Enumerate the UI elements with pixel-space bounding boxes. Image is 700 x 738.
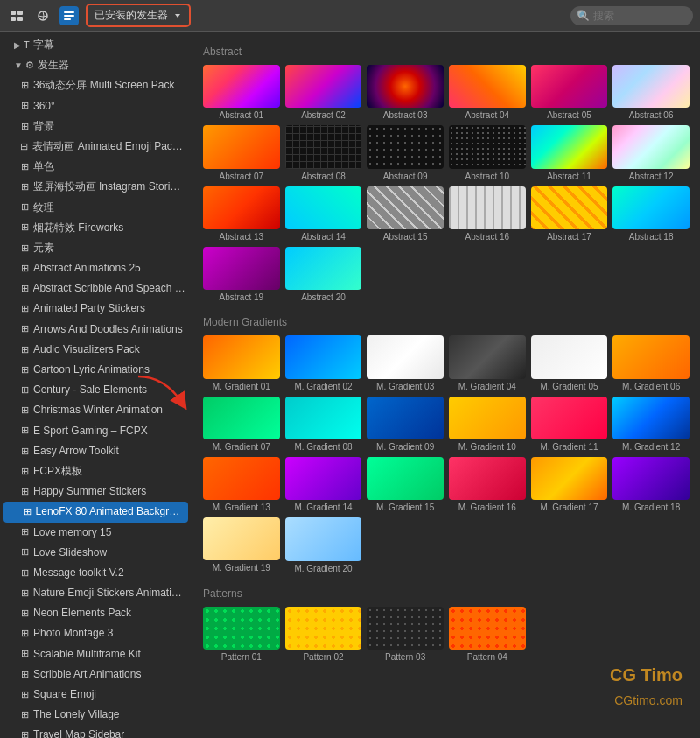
sidebar-item-item-esport[interactable]: ⊞ E Sport Gaming – FCPX bbox=[0, 421, 192, 441]
sidebar-item-item-arrows[interactable]: ⊞ Arrows And Doodles Animations bbox=[0, 320, 192, 340]
grid-item-mg03[interactable]: M. Gradient 03 bbox=[367, 335, 444, 390]
toolbar-icon-3[interactable] bbox=[60, 6, 79, 25]
sidebar-item-item-360[interactable]: ⊞ 360° bbox=[0, 96, 192, 116]
grid-patterns: Pattern 01Pattern 02Pattern 03Pattern 04 bbox=[203, 607, 690, 662]
grid-item-abs12[interactable]: Abstract 12 bbox=[612, 125, 690, 180]
sidebar-item-item-single[interactable]: ⊞ 单色 bbox=[0, 157, 192, 177]
grid-item-mg06[interactable]: M. Gradient 06 bbox=[612, 335, 690, 390]
grid-item-mg02[interactable]: M. Gradient 02 bbox=[285, 335, 362, 390]
grid-item-abs14[interactable]: Abstract 14 bbox=[285, 186, 362, 242]
sidebar-item-item-cartoon[interactable]: ⊞ Cartoon Lyric Animations bbox=[0, 360, 192, 380]
thumb-pt02 bbox=[285, 607, 362, 650]
sidebar-item-label: 单色 bbox=[33, 158, 54, 175]
sidebar-item-item-scribble[interactable]: ⊞ Abstract Scribble And Speach B... bbox=[0, 278, 192, 299]
sidebar-item-item-lenofx[interactable]: ⊞ LenoFX 80 Animated Backgrounds bbox=[4, 502, 188, 522]
grid-item-mg20[interactable]: M. Gradient 20 bbox=[285, 517, 362, 573]
sidebar-item-item-neon[interactable]: ⊞ Neon Elements Pack bbox=[0, 603, 192, 623]
sidebar-item-item-lonely[interactable]: ⊞ The Lonely Village bbox=[0, 705, 192, 725]
sidebar-item-label: Century - Sale Elements bbox=[33, 382, 147, 398]
toolbar-icon-2[interactable] bbox=[33, 6, 52, 25]
list-icon: ⊞ bbox=[21, 626, 29, 642]
grid-item-abs17[interactable]: Abstract 17 bbox=[531, 186, 608, 242]
thumb-label-abs03: Abstract 03 bbox=[367, 110, 444, 120]
sidebar-item-characters[interactable]: ▶ T 字幕 bbox=[0, 35, 192, 55]
grid-item-abs01[interactable]: Abstract 01 bbox=[203, 65, 280, 120]
sidebar-item-item-century[interactable]: ⊞ Century - Sale Elements bbox=[0, 380, 192, 400]
sidebar-item-item-elements[interactable]: ⊞ 元素 bbox=[0, 238, 192, 258]
thumb-mg02 bbox=[285, 335, 362, 378]
sidebar-item-item-party[interactable]: ⊞ Animated Party Stickers bbox=[0, 299, 192, 319]
sidebar-item-item-insta[interactable]: ⊞ 竖屏海投动画 Instagram Stories... bbox=[0, 177, 192, 197]
grid-item-mg18[interactable]: M. Gradient 18 bbox=[612, 457, 690, 512]
grid-item-abs15[interactable]: Abstract 15 bbox=[367, 186, 444, 242]
svg-line-9 bbox=[585, 18, 589, 21]
grid-item-abs18[interactable]: Abstract 18 bbox=[612, 186, 690, 242]
grid-item-mg07[interactable]: M. Gradient 07 bbox=[203, 397, 280, 452]
grid-item-mg08[interactable]: M. Gradient 08 bbox=[285, 397, 362, 452]
sidebar-item-item-travel[interactable]: ⊞ Travel Map Sidebar bbox=[0, 725, 192, 738]
sidebar-item-label: 36动态分屏 Multi Screen Pack bbox=[33, 77, 174, 94]
installed-generators-dropdown[interactable]: 已安装的发生器 bbox=[86, 4, 191, 27]
toolbar-icon-1[interactable] bbox=[7, 6, 26, 25]
list-icon: ⊞ bbox=[21, 241, 29, 257]
sidebar-item-item-lovememory[interactable]: ⊞ Love memory 15 bbox=[0, 523, 192, 543]
sidebar-item-item-bg[interactable]: ⊞ 背景 bbox=[0, 116, 192, 137]
sidebar-item-item-loveslide[interactable]: ⊞ Love Slideshow bbox=[0, 543, 192, 563]
sidebar-item-item-happy[interactable]: ⊞ Happy Summer Stickers bbox=[0, 481, 192, 502]
grid-item-abs09[interactable]: Abstract 09 bbox=[367, 125, 444, 180]
grid-item-mg15[interactable]: M. Gradient 15 bbox=[367, 457, 444, 512]
search-input[interactable] bbox=[570, 6, 693, 25]
grid-item-abs08[interactable]: Abstract 08 bbox=[285, 125, 362, 180]
sidebar-item-item-texture[interactable]: ⊞ 纹理 bbox=[0, 198, 192, 218]
sidebar-item-item-audio[interactable]: ⊞ Audio Visualizers Pack bbox=[0, 340, 192, 360]
list-icon: ⊞ bbox=[21, 179, 29, 195]
sidebar-item-item-message[interactable]: ⊞ Message toolkit V.2 bbox=[0, 563, 192, 583]
grid-item-abs20[interactable]: Abstract 20 bbox=[285, 247, 362, 302]
grid-item-abs03[interactable]: Abstract 03 bbox=[367, 65, 444, 120]
sidebar-item-generators[interactable]: ▼ ⚙ 发生器 bbox=[0, 55, 192, 75]
sidebar-item-item-fcpx[interactable]: ⊞ FCPX模板 bbox=[0, 461, 192, 481]
grid-item-pt03[interactable]: Pattern 03 bbox=[367, 607, 444, 662]
grid-item-abs11[interactable]: Abstract 11 bbox=[531, 125, 608, 180]
sidebar-item-item-abstract25[interactable]: ⊞ Abstract Animations 25 bbox=[0, 258, 192, 278]
grid-item-pt01[interactable]: Pattern 01 bbox=[203, 607, 280, 662]
grid-item-mg13[interactable]: M. Gradient 13 bbox=[203, 457, 280, 512]
grid-item-mg16[interactable]: M. Gradient 16 bbox=[449, 457, 526, 512]
sidebar-item-item-fireworks[interactable]: ⊞ 烟花特效 Fireworks bbox=[0, 218, 192, 238]
grid-item-mg19[interactable]: M. Gradient 19 bbox=[203, 517, 280, 573]
grid-item-pt02[interactable]: Pattern 02 bbox=[285, 607, 362, 662]
grid-item-mg10[interactable]: M. Gradient 10 bbox=[449, 397, 526, 452]
grid-item-mg11[interactable]: M. Gradient 11 bbox=[531, 397, 608, 452]
grid-item-abs04[interactable]: Abstract 04 bbox=[449, 65, 526, 120]
thumb-label-abs02: Abstract 02 bbox=[285, 110, 362, 120]
sidebar-item-item-photomontage[interactable]: ⊞ Photo Montage 3 bbox=[0, 623, 192, 643]
list-icon: ⊞ bbox=[21, 464, 29, 480]
sidebar-item-item-36[interactable]: ⊞ 36动态分屏 Multi Screen Pack bbox=[0, 75, 192, 95]
grid-item-mg17[interactable]: M. Gradient 17 bbox=[531, 457, 608, 512]
grid-item-mg04[interactable]: M. Gradient 04 bbox=[449, 335, 526, 390]
list-icon: ⊞ bbox=[21, 444, 29, 460]
grid-item-abs13[interactable]: Abstract 13 bbox=[203, 186, 280, 242]
grid-item-mg09[interactable]: M. Gradient 09 bbox=[367, 397, 444, 452]
grid-item-abs07[interactable]: Abstract 07 bbox=[203, 125, 280, 180]
grid-item-mg01[interactable]: M. Gradient 01 bbox=[203, 335, 280, 390]
grid-item-abs06[interactable]: Abstract 06 bbox=[612, 65, 690, 120]
grid-item-mg12[interactable]: M. Gradient 12 bbox=[612, 397, 690, 452]
grid-item-abs10[interactable]: Abstract 10 bbox=[449, 125, 526, 180]
sidebar-item-item-emoji[interactable]: ⊞ 表情动画 Animated Emoji Pack 33 bbox=[0, 137, 192, 157]
grid-item-abs19[interactable]: Abstract 19 bbox=[203, 247, 280, 302]
sidebar-item-item-easyarrow[interactable]: ⊞ Easy Arrow Toolkit bbox=[0, 441, 192, 461]
grid-item-abs02[interactable]: Abstract 02 bbox=[285, 65, 362, 120]
sidebar-item-item-nature[interactable]: ⊞ Nature Emoji Stickers Animations bbox=[0, 583, 192, 603]
grid-item-pt04[interactable]: Pattern 04 bbox=[449, 607, 526, 662]
grid-item-abs05[interactable]: Abstract 05 bbox=[531, 65, 608, 120]
sidebar-item-item-christmas[interactable]: ⊞ Christmas Winter Animation bbox=[0, 400, 192, 420]
sidebar-item-item-scribbleart[interactable]: ⊞ Scribble Art Animations bbox=[0, 664, 192, 685]
thumb-mg20 bbox=[285, 517, 362, 560]
sidebar-item-item-squaremoji[interactable]: ⊞ Square Emoji bbox=[0, 685, 192, 705]
grid-item-mg14[interactable]: M. Gradient 14 bbox=[285, 457, 362, 512]
sidebar-item-item-scalable[interactable]: ⊞ Scalable Multiframe Kit bbox=[0, 644, 192, 664]
grid-item-abs16[interactable]: Abstract 16 bbox=[449, 186, 526, 242]
grid-item-mg05[interactable]: M. Gradient 05 bbox=[531, 335, 608, 390]
toolbar: 已安装的发生器 bbox=[0, 0, 700, 32]
